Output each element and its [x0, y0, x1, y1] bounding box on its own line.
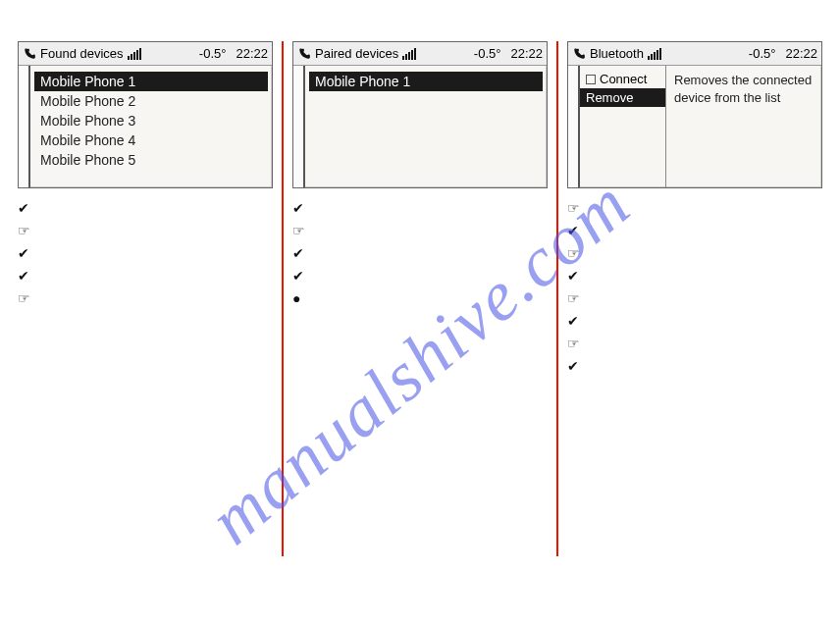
step-item: ☞ — [567, 292, 824, 305]
status-time: 22:22 — [785, 46, 817, 61]
status-bar: Paired devices -0.5° 22:22 — [293, 42, 547, 66]
screen-title: Paired devices — [315, 46, 398, 61]
signal-icon — [402, 48, 418, 60]
check-icon: ✔ — [292, 202, 308, 215]
step-text — [316, 247, 550, 260]
svg-rect-14 — [659, 48, 661, 60]
status-bar: Found devices -0.5° 22:22 — [19, 42, 272, 66]
check-icon: ✔ — [18, 270, 33, 283]
screen-found-devices: Found devices -0.5° 22:22 Mobile Phone 1… — [18, 41, 273, 188]
page: Found devices -0.5° 22:22 Mobile Phone 1… — [0, 0, 840, 624]
list-item[interactable]: Mobile Phone 2 — [34, 91, 268, 111]
screen-title: Found devices — [40, 46, 124, 61]
svg-rect-4 — [139, 48, 141, 60]
phone-icon — [297, 47, 311, 61]
screen-body: Mobile Phone 1 Mobile Phone 2 Mobile Pho… — [19, 66, 272, 187]
screen-bluetooth: Bluetooth -0.5° 22:22 Connect Remove — [567, 41, 822, 188]
list-item[interactable]: Mobile Phone 5 — [34, 150, 268, 170]
device-list: Mobile Phone 1 Mobile Phone 2 Mobile Pho… — [30, 66, 272, 187]
hand-icon: ☞ — [292, 225, 308, 237]
step-item: ☞ — [18, 292, 275, 305]
step-list: ✔☞✔✔☞ — [18, 202, 275, 305]
side-tab — [19, 66, 30, 187]
screen-body: Connect Remove Removes the connected dev… — [568, 66, 821, 187]
step-item: ✔ — [292, 270, 550, 283]
step-item: ✔ — [18, 202, 275, 215]
step-text — [591, 225, 824, 237]
step-list: ✔☞✔✔● — [292, 202, 550, 305]
step-list: ☞✔☞✔☞✔☞✔ — [567, 202, 824, 373]
svg-rect-0 — [128, 56, 130, 60]
step-text — [591, 315, 824, 328]
step-text — [41, 292, 275, 305]
step-text — [41, 225, 275, 237]
status-temp: -0.5° — [199, 46, 227, 61]
step-text — [316, 202, 550, 215]
column-2: Paired devices -0.5° 22:22 Mobile Phone … — [292, 41, 550, 315]
step-item: ☞ — [567, 247, 824, 260]
hand-icon: ☞ — [567, 338, 583, 350]
svg-rect-7 — [408, 52, 410, 60]
description-pane: Removes the connected device from the li… — [666, 66, 821, 187]
svg-rect-9 — [414, 48, 416, 60]
step-item: ✔ — [292, 202, 550, 215]
column-3: Bluetooth -0.5° 22:22 Connect Remove — [567, 41, 824, 383]
svg-rect-12 — [654, 52, 656, 60]
step-text — [591, 338, 824, 350]
status-time: 22:22 — [510, 46, 543, 61]
list-item[interactable]: Mobile Phone 1 — [34, 72, 268, 91]
column-1: Found devices -0.5° 22:22 Mobile Phone 1… — [18, 41, 275, 315]
step-item: ☞ — [567, 202, 824, 215]
signal-icon — [648, 48, 663, 60]
hand-icon: ☞ — [567, 292, 583, 305]
step-text — [591, 270, 824, 283]
step-text — [591, 202, 824, 215]
checkbox-icon — [586, 75, 596, 84]
side-tab — [568, 66, 580, 187]
step-item: ☞ — [18, 225, 275, 237]
hand-icon: ☞ — [18, 292, 33, 305]
side-tab — [293, 66, 305, 187]
check-icon: ✔ — [292, 247, 308, 260]
screen-title: Bluetooth — [590, 46, 644, 61]
check-icon: ✔ — [567, 270, 583, 283]
step-item: ✔ — [292, 247, 550, 260]
svg-rect-13 — [656, 50, 658, 60]
step-text — [316, 225, 550, 237]
step-item: ✔ — [18, 270, 275, 283]
phone-icon — [572, 47, 586, 61]
step-text — [41, 270, 275, 283]
hand-icon: ☞ — [18, 225, 33, 237]
status-time: 22:22 — [236, 46, 268, 61]
menu-item-connect[interactable]: Connect — [580, 70, 665, 88]
step-text — [591, 292, 824, 305]
screen-body: Mobile Phone 1 — [293, 66, 547, 187]
device-list: Mobile Phone 1 — [305, 66, 547, 187]
svg-rect-6 — [405, 54, 407, 60]
menu-pane: Connect Remove — [580, 66, 666, 187]
step-text — [591, 247, 824, 260]
menu-label: Remove — [586, 90, 633, 105]
menu-item-remove[interactable]: Remove — [580, 88, 665, 107]
hand-icon: ☞ — [567, 202, 583, 215]
status-temp: -0.5° — [749, 46, 776, 61]
svg-rect-11 — [651, 54, 653, 60]
step-item: ☞ — [567, 338, 824, 350]
list-item[interactable]: Mobile Phone 3 — [34, 111, 268, 130]
list-item[interactable]: Mobile Phone 4 — [34, 130, 268, 150]
step-item: ☞ — [292, 225, 550, 237]
status-bar: Bluetooth -0.5° 22:22 — [568, 42, 821, 66]
signal-icon — [128, 48, 143, 60]
column-divider — [556, 41, 558, 556]
svg-rect-1 — [131, 54, 132, 60]
check-icon: ✔ — [567, 360, 583, 373]
list-item[interactable]: Mobile Phone 1 — [309, 72, 543, 91]
check-icon: ✔ — [567, 225, 583, 237]
step-text — [316, 292, 550, 305]
step-item: ✔ — [18, 247, 275, 260]
svg-rect-10 — [648, 56, 650, 60]
step-text — [41, 202, 275, 215]
step-text — [591, 360, 824, 373]
description-text: Removes the connected device from the li… — [674, 73, 812, 105]
check-icon: ✔ — [292, 270, 308, 283]
